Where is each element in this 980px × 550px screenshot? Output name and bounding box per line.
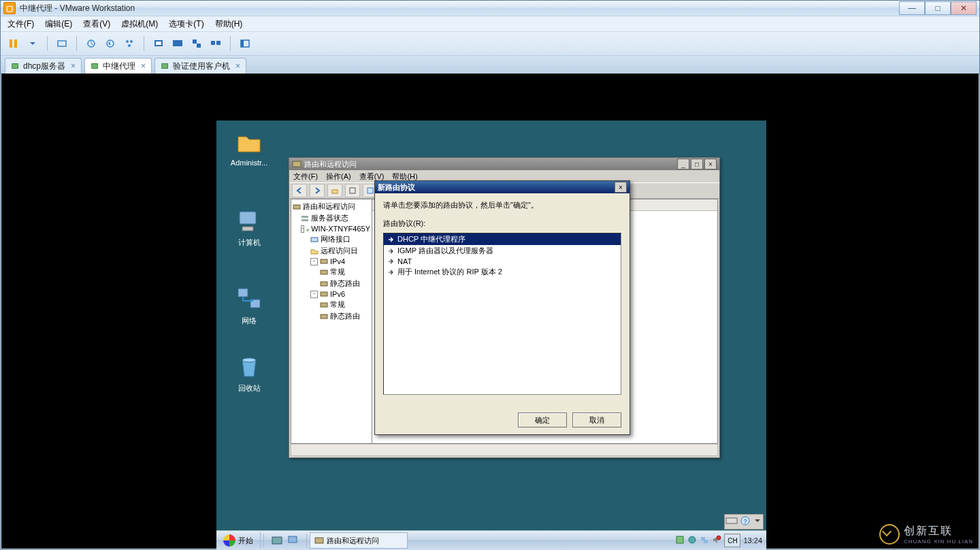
quick-launch xyxy=(267,534,304,547)
back-button[interactable] xyxy=(292,184,307,197)
protocol-listbox[interactable]: DHCP 中继代理程序 IGMP 路由器以及代理服务器 NAT 用于 xyxy=(383,233,621,395)
ql-server-manager-icon[interactable] xyxy=(271,534,283,547)
protocol-item-dhcp-relay[interactable]: DHCP 中继代理程序 xyxy=(384,233,621,245)
tree-ipv4[interactable]: -IPv4 xyxy=(291,257,372,266)
fullscreen-icon[interactable] xyxy=(170,36,185,51)
tray-network-icon[interactable] xyxy=(700,535,709,546)
protocol-item-rip[interactable]: 用于 Internet 协议的 RIP 版本 2 xyxy=(384,266,621,278)
power-dropdown-icon[interactable] xyxy=(25,36,40,51)
help-icon[interactable]: ? xyxy=(739,515,751,528)
tree-remote-log[interactable]: 远程访问日 xyxy=(291,245,372,257)
ok-button[interactable]: 确定 xyxy=(518,413,567,427)
svg-rect-35 xyxy=(311,238,318,242)
mmc-titlebar[interactable]: 路由和远程访问 _ □ × xyxy=(289,158,719,170)
window-title: 中继代理 - VMware Workstation xyxy=(20,3,135,14)
clock[interactable]: 13:24 xyxy=(743,536,762,545)
mmc-minimize-button[interactable]: _ xyxy=(677,159,689,169)
tab-close-icon[interactable]: × xyxy=(235,61,240,71)
tree-ipv6[interactable]: -IPv6 xyxy=(291,289,372,299)
multimonitor-icon[interactable] xyxy=(208,36,223,51)
guest-taskbar[interactable]: 开始 路由和远程访问 CH 13:24 xyxy=(216,530,766,550)
tray-volume-icon[interactable] xyxy=(712,535,721,546)
desktop-icon-computer[interactable]: 计算机 xyxy=(229,208,270,248)
protocol-item-nat[interactable]: NAT xyxy=(384,257,621,266)
svg-point-34 xyxy=(307,229,309,231)
svg-rect-21 xyxy=(242,227,253,231)
protocol-icon xyxy=(387,257,395,265)
snapshot-revert-icon[interactable] xyxy=(103,36,118,51)
fit-guest-icon[interactable] xyxy=(151,36,166,51)
language-indicator[interactable]: CH xyxy=(724,534,740,547)
mmc-maximize-button[interactable]: □ xyxy=(691,159,703,169)
svg-point-5 xyxy=(126,40,129,43)
desktop-icon-network[interactable]: 网络 xyxy=(229,286,270,326)
up-button[interactable] xyxy=(327,184,342,197)
desktop-icon-administrator[interactable]: Administr... xyxy=(229,129,270,167)
task-label: 路由和远程访问 xyxy=(327,536,379,546)
tab-close-icon[interactable]: × xyxy=(71,61,76,71)
svg-text:?: ? xyxy=(743,518,747,525)
guest-desktop[interactable]: Administr... 计算机 网络 回收站 路由和远程访问 xyxy=(216,120,766,550)
svg-rect-44 xyxy=(315,538,323,543)
dialog-titlebar[interactable]: 新路由协议 × xyxy=(375,181,630,193)
watermark-logo-icon xyxy=(879,524,900,545)
menu-edit[interactable]: 编辑(E) xyxy=(45,18,72,30)
menu-help[interactable]: 帮助(H) xyxy=(215,18,243,30)
menu-view[interactable]: 查看(V) xyxy=(83,18,110,30)
tab-dhcp-server[interactable]: dhcp服务器 × xyxy=(5,58,82,74)
chevron-down-icon[interactable] xyxy=(753,515,762,528)
menu-vm[interactable]: 虚拟机(M) xyxy=(121,18,158,30)
properties-button[interactable] xyxy=(345,184,360,197)
tab-close-icon[interactable]: × xyxy=(141,61,146,71)
dialog-close-button[interactable]: × xyxy=(615,182,627,193)
tree-server-node[interactable]: -WIN-XTNYF465Y xyxy=(291,224,372,233)
snapshot-manager-icon[interactable] xyxy=(122,36,137,51)
snapshot-icon[interactable] xyxy=(54,36,69,51)
protocol-item-igmp[interactable]: IGMP 路由器以及代理服务器 xyxy=(384,245,621,257)
vm-client-area: Administr... 计算机 网络 回收站 路由和远程访问 xyxy=(1,74,979,549)
forward-button[interactable] xyxy=(310,184,325,197)
mmc-menu-file[interactable]: 文件(F) xyxy=(293,172,318,182)
menu-tabs[interactable]: 选项卡(T) xyxy=(169,18,203,30)
dialog-instruction: 请单击您要添加的路由协议，然后单击"确定"。 xyxy=(383,200,621,210)
tray-icon[interactable] xyxy=(675,535,685,546)
cancel-button[interactable]: 取消 xyxy=(572,413,621,427)
dialog-title-text: 新路由协议 xyxy=(378,182,415,193)
unity-icon[interactable] xyxy=(189,36,204,51)
snapshot-take-icon[interactable] xyxy=(84,36,99,51)
tab-relay-agent[interactable]: 中继代理 × xyxy=(84,58,152,74)
windows-orb-icon xyxy=(223,534,235,547)
tree-net-interfaces[interactable]: 网络接口 xyxy=(291,233,372,245)
minimize-button[interactable]: — xyxy=(899,1,925,15)
vmware-menubar: 文件(F) 编辑(E) 查看(V) 虚拟机(M) 选项卡(T) 帮助(H) xyxy=(1,16,979,32)
start-label: 开始 xyxy=(238,536,253,546)
mmc-close-button[interactable]: × xyxy=(704,159,717,169)
close-button[interactable]: ✕ xyxy=(951,1,977,15)
system-tray: CH 13:24 xyxy=(671,534,766,547)
desktop-icon-recyclebin[interactable]: 回收站 xyxy=(229,353,270,393)
rras-icon xyxy=(314,536,324,545)
tray-icon[interactable] xyxy=(687,535,697,546)
tree-root[interactable]: 路由和远程访问 xyxy=(291,201,372,212)
keyboard-icon[interactable] xyxy=(725,515,738,528)
desktop-icon-label: 网络 xyxy=(229,316,270,326)
vmware-titlebar[interactable]: ▢ 中继代理 - VMware Workstation — □ ✕ xyxy=(1,1,979,16)
tree-server-status[interactable]: 服务器状态 xyxy=(291,212,372,224)
start-button[interactable]: 开始 xyxy=(216,532,261,549)
ql-show-desktop-icon[interactable] xyxy=(287,534,299,547)
mmc-tree[interactable]: 路由和远程访问 服务器状态 -WIN-XTNYF465Y 网络接口 远程访问日 … xyxy=(291,199,372,444)
taskbar-task-rras[interactable]: 路由和远程访问 xyxy=(310,532,408,549)
mmc-menu-action[interactable]: 操作(A) xyxy=(326,172,351,182)
tree-ipv4-static[interactable]: 静态路由 xyxy=(291,278,372,289)
maximize-button[interactable]: □ xyxy=(925,1,951,15)
power-on-icon[interactable] xyxy=(6,36,21,51)
tree-ipv6-static[interactable]: 静态路由 xyxy=(291,310,372,322)
menu-file[interactable]: 文件(F) xyxy=(7,18,34,30)
library-icon[interactable] xyxy=(238,36,252,51)
protocol-icon xyxy=(387,236,395,244)
tree-ipv6-general[interactable]: 常规 xyxy=(291,299,372,310)
tab-label: dhcp服务器 xyxy=(23,61,65,72)
svg-rect-41 xyxy=(321,314,327,319)
tab-verify-client[interactable]: 验证使用客户机 × xyxy=(154,58,246,74)
tree-ipv4-general[interactable]: 常规 xyxy=(291,266,372,278)
